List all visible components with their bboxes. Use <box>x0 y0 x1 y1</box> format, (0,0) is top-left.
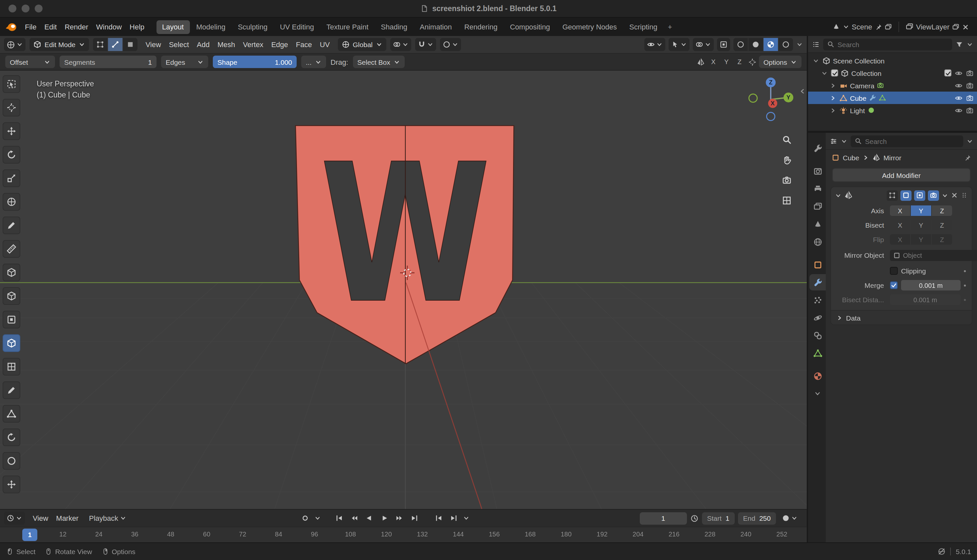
properties-tab-particles[interactable] <box>810 292 826 308</box>
chevron-down-icon[interactable] <box>967 138 973 144</box>
workspace-scripting[interactable]: Scripting <box>623 20 663 34</box>
proportional-edit-selector[interactable] <box>440 38 461 51</box>
width-type-dropdown[interactable]: Offset <box>5 56 55 68</box>
properties-tab-constraints[interactable] <box>810 327 826 343</box>
tool-transform[interactable] <box>3 193 20 211</box>
camera-view-button[interactable] <box>781 174 792 186</box>
breadcrumb-modifier[interactable]: Mirror <box>883 154 902 162</box>
zoom-tool-button[interactable] <box>781 133 792 145</box>
viewport-menu-uv[interactable]: UV <box>316 38 334 51</box>
hide-in-viewport-toggle[interactable] <box>955 69 963 77</box>
axis-x-toggle[interactable]: X <box>707 56 719 68</box>
menu-window[interactable]: Window <box>92 20 126 33</box>
rendered-shading-button[interactable] <box>779 38 793 51</box>
shape-slider[interactable]: Shape 1.000 <box>213 56 297 68</box>
new-scene-icon[interactable] <box>885 23 892 30</box>
outliner-search[interactable] <box>823 38 952 50</box>
collection-checkbox[interactable] <box>831 69 838 77</box>
tool-measure[interactable] <box>3 240 20 258</box>
end-frame-field[interactable]: End 250 <box>738 512 776 524</box>
viewport-menu-view[interactable]: View <box>142 38 165 51</box>
snap-selector[interactable] <box>415 38 436 51</box>
properties-tab-material[interactable] <box>810 368 826 384</box>
bisect-distance-field[interactable]: 0.001 m <box>890 294 960 305</box>
menu-help[interactable]: Help <box>126 20 148 33</box>
tool-extrude-region[interactable] <box>3 287 20 305</box>
axis-y-toggle[interactable]: Y <box>720 56 733 68</box>
segments-field[interactable]: Segments 1 <box>60 56 157 68</box>
mirror-axis-z-button[interactable]: Z <box>932 205 952 216</box>
animate-dot[interactable] <box>964 284 966 286</box>
viewport-menu-add[interactable]: Add <box>193 38 214 51</box>
workspace-compositing[interactable]: Compositing <box>504 20 555 34</box>
jump-to-start-button[interactable] <box>332 512 346 524</box>
mode-selector[interactable]: Edit Mode <box>30 38 89 51</box>
disable-in-renders-toggle[interactable] <box>966 106 974 114</box>
timeline-menu-marker[interactable]: Marker <box>52 512 82 525</box>
tool-bevel[interactable] <box>3 334 20 352</box>
tool-tweak[interactable] <box>3 75 20 93</box>
target-icon[interactable] <box>748 58 756 66</box>
properties-tab-render[interactable] <box>810 163 826 179</box>
tool-cursor[interactable] <box>3 99 20 117</box>
toggle-orthographic-button[interactable] <box>781 194 792 206</box>
drag-handle-icon[interactable] <box>960 192 968 199</box>
flip-z-button[interactable]: Z <box>932 234 952 245</box>
properties-search-input[interactable] <box>865 137 959 145</box>
viewport-menu-mesh[interactable]: Mesh <box>214 38 239 51</box>
viewport-3d[interactable]: W User Perspective (1) Cube | Cube <box>0 71 807 509</box>
zoom-button[interactable] <box>35 5 43 12</box>
playback-menu[interactable]: Playback <box>87 512 129 525</box>
tool-move[interactable] <box>3 122 20 140</box>
tool-smooth[interactable] <box>3 452 20 470</box>
properties-tab-physics[interactable] <box>810 310 826 326</box>
hide-in-viewport-toggle[interactable] <box>955 82 963 89</box>
tool-knife[interactable] <box>3 382 20 399</box>
outliner-row-cube[interactable]: Cube <box>808 92 977 104</box>
workspace-texture-paint[interactable]: Texture Paint <box>321 20 374 34</box>
timeline-menu-view[interactable]: View <box>29 512 52 525</box>
render-visibility-checkbox[interactable] <box>944 69 952 77</box>
breadcrumb-object[interactable]: Cube <box>843 154 859 162</box>
frame-step-options[interactable] <box>462 512 470 524</box>
bisect-x-button[interactable]: X <box>890 220 910 230</box>
workspace-uv-editing[interactable]: UV Editing <box>274 20 320 34</box>
orientation-selector[interactable]: Global <box>338 38 386 51</box>
overlays-selector[interactable] <box>693 38 714 51</box>
disable-in-renders-toggle[interactable] <box>966 82 974 89</box>
merge-threshold-field[interactable]: 0.001 m <box>901 280 960 290</box>
workspace-shading[interactable]: Shading <box>375 20 413 34</box>
animate-dot[interactable] <box>964 298 966 301</box>
jump-to-end-button[interactable] <box>407 512 421 524</box>
options-dropdown[interactable]: Options <box>759 56 801 68</box>
mirror-object-input[interactable] <box>903 252 977 259</box>
properties-tab-output[interactable] <box>810 180 826 197</box>
close-button[interactable] <box>8 5 17 12</box>
outliner-row-light[interactable]: Light <box>808 104 977 117</box>
tool-inset-faces[interactable] <box>3 311 20 328</box>
properties-tab-tool[interactable] <box>810 140 826 157</box>
start-frame-field[interactable]: Start 1 <box>702 512 735 524</box>
properties-tab-object[interactable] <box>810 257 826 273</box>
flip-x-button[interactable]: X <box>890 234 910 245</box>
viewport-menu-edge[interactable]: Edge <box>267 38 292 51</box>
solid-shading-button[interactable] <box>748 38 763 51</box>
play-reverse-button[interactable] <box>362 512 376 524</box>
chevron-down-icon[interactable] <box>835 192 841 198</box>
animate-dot[interactable] <box>964 270 966 272</box>
tool-scale[interactable] <box>3 170 20 187</box>
workspace-layout[interactable]: Layout <box>156 20 189 34</box>
view-layer-selector[interactable]: ViewLayer <box>903 20 972 34</box>
playhead[interactable]: 1 <box>22 528 37 541</box>
viewport-menu-select[interactable]: Select <box>165 38 193 51</box>
drag-mode-dropdown[interactable]: Select Box <box>353 56 404 68</box>
material-preview-button[interactable] <box>763 38 778 51</box>
pin-icon[interactable] <box>964 154 971 161</box>
pan-tool-button[interactable] <box>781 154 792 165</box>
filter-icon[interactable] <box>955 40 963 48</box>
playback-sync-button[interactable] <box>779 512 800 525</box>
render-toggle[interactable] <box>928 190 939 200</box>
outliner-row-scene-collection[interactable]: Scene Collection <box>808 54 977 67</box>
properties-tab-scene[interactable] <box>810 216 826 232</box>
auto-keying-options[interactable] <box>313 512 321 524</box>
